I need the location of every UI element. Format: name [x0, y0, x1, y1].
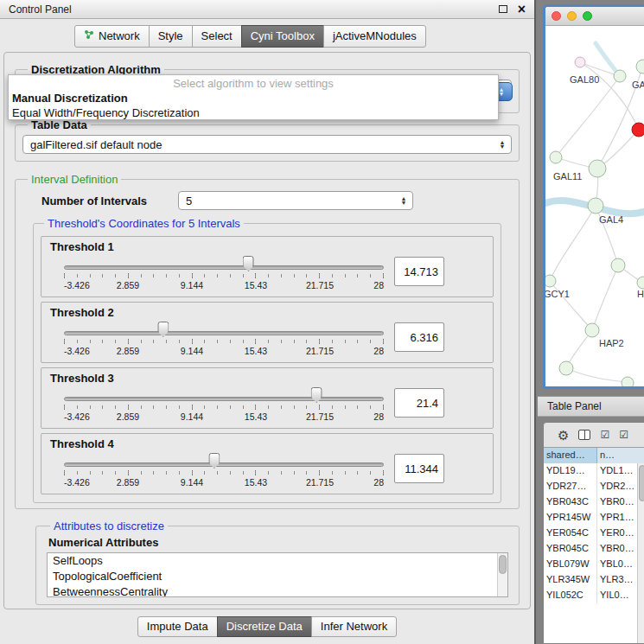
tab-impute-data[interactable]: Impute Data [137, 616, 218, 637]
slider-scale: -3.426 2.859 9.144 15.43 21.715 28 [64, 280, 384, 291]
network-node[interactable] [611, 258, 625, 272]
node-label: GAL80 [570, 74, 599, 85]
table-row[interactable]: YPR145WYPR1… [544, 510, 644, 526]
node-label: GAL4 [599, 214, 623, 225]
node-label: GA [632, 80, 644, 90]
attributes-list-scrollbar[interactable] [497, 553, 507, 596]
table-row[interactable]: YBR043CYBR0… [544, 494, 644, 510]
table-cell[interactable]: YBR045C [544, 541, 597, 557]
threshold-1-slider[interactable]: -3.426 2.859 9.144 15.43 21.715 28 [64, 255, 384, 293]
scrollbar-thumb[interactable] [499, 555, 507, 574]
slider-track[interactable] [64, 462, 384, 467]
zoom-traffic-light[interactable] [583, 11, 592, 21]
slider-track[interactable] [64, 265, 384, 270]
dropdown-option-manual-discretization[interactable]: Manual Discretization [9, 91, 498, 105]
list-item-betweennesscentrality[interactable]: BetweennessCentrality [48, 584, 507, 597]
network-node[interactable] [589, 160, 606, 177]
network-node[interactable] [614, 70, 626, 82]
cyni-toolbox-panel: Discretization Algorithm ▲ ▼ Select algo… [3, 52, 531, 609]
network-canvas[interactable]: GAL80 GA GAL11 GAL4 GCY1 H HAP2 [545, 26, 644, 386]
tab-discretize-data[interactable]: Discretize Data [217, 616, 312, 637]
threshold-1-value-field[interactable] [394, 257, 444, 286]
tab-jactivemnodules[interactable]: jActiveMNodules [323, 25, 426, 48]
slider-ticks [64, 340, 384, 343]
table-cell[interactable]: YDL19… [544, 463, 597, 479]
table-row[interactable]: YBL079WYBL0… [544, 557, 644, 572]
table-cell[interactable]: YLR345W [544, 572, 597, 588]
table-cell[interactable]: YDR27… [544, 479, 597, 494]
threshold-4-panel: Threshold 4 -3.426 2.859 9.144 [41, 433, 494, 494]
list-item-selfloops[interactable]: SelfLoops [48, 553, 507, 569]
node-label: H [637, 289, 644, 299]
close-icon[interactable]: × [518, 3, 526, 16]
tab-infer-network[interactable]: Infer Network [311, 616, 397, 637]
stepper-down-icon: ▼ [401, 201, 407, 205]
threshold-2-label: Threshold 2 [50, 306, 484, 319]
table-data-select-stepper[interactable]: ▲ ▼ [495, 140, 509, 149]
threshold-4-label: Threshold 4 [50, 437, 484, 450]
close-traffic-light[interactable] [552, 11, 561, 21]
threshold-4-slider[interactable]: -3.426 2.859 9.144 15.43 21.715 28 [64, 452, 384, 490]
minimize-traffic-light[interactable] [567, 11, 577, 21]
table-row[interactable]: YDR27…YDR2… [544, 479, 644, 494]
number-of-intervals-value: 5 [186, 194, 397, 207]
threshold-2-value-field[interactable] [394, 322, 444, 352]
slider-track[interactable] [64, 331, 384, 335]
tab-network[interactable]: Network [74, 25, 150, 48]
slider-track[interactable] [64, 397, 384, 401]
network-node[interactable] [637, 277, 644, 289]
network-view-window: GAL80 GA GAL11 GAL4 GCY1 H HAP2 [543, 4, 644, 389]
table-cell[interactable]: YBR043C [544, 494, 597, 510]
number-of-intervals-select[interactable]: 5 ▲ ▼ [178, 191, 413, 210]
checkbox-icon[interactable]: ☑ [600, 430, 609, 440]
tab-cyni-toolbox[interactable]: Cyni Toolbox [241, 25, 324, 48]
network-node[interactable] [550, 151, 562, 163]
network-node[interactable] [588, 198, 603, 214]
dropdown-option-equal-width-frequency[interactable]: Equal Width/Frequency Discretization [9, 105, 498, 120]
threshold-3-slider[interactable]: -3.426 2.859 9.144 15.43 21.715 28 [64, 386, 384, 424]
float-window-icon[interactable] [499, 5, 507, 13]
control-panel-titlebar: Control Panel × [0, 0, 534, 19]
threshold-4-value-field[interactable] [394, 454, 444, 483]
tab-style[interactable]: Style [149, 25, 193, 48]
tab-select[interactable]: Select [192, 25, 242, 48]
network-node[interactable] [636, 60, 644, 73]
scale-label: 28 [373, 477, 384, 488]
table-header-row: shared… n… [544, 448, 644, 463]
slider-ticks [64, 471, 384, 475]
number-of-intervals-stepper[interactable]: ▲ ▼ [397, 196, 411, 205]
table-cell[interactable]: YIL052C [544, 588, 597, 603]
table-row[interactable]: YLR345WYLR3… [544, 572, 644, 588]
table-data-select[interactable]: galFiltered.sif default node ▲ ▼ [22, 135, 512, 154]
table-row[interactable]: YBR045CYBR0… [544, 541, 644, 557]
list-item-topologicalcoefficient[interactable]: TopologicalCoefficient [48, 569, 507, 584]
table-cell[interactable]: YPR145W [544, 510, 597, 526]
network-node[interactable] [545, 275, 556, 287]
table-scrollbar[interactable] [637, 463, 644, 643]
scrollbar-thumb[interactable] [639, 465, 644, 501]
scale-label: 15.43 [245, 280, 267, 290]
scale-label: -3.426 [64, 411, 90, 422]
threshold-2-slider[interactable]: -3.426 2.859 9.144 15.43 21.715 28 [64, 321, 384, 359]
network-node-selected[interactable] [632, 123, 644, 137]
network-node[interactable] [585, 323, 599, 337]
network-node[interactable] [575, 57, 585, 67]
control-panel-title: Control Panel [9, 3, 499, 16]
numerical-attributes-list[interactable]: SelfLoops TopologicalCoefficient Between… [47, 552, 508, 597]
column-header-name[interactable]: n… [597, 448, 644, 463]
network-node[interactable] [559, 361, 573, 375]
table-cell[interactable]: YBL079W [544, 557, 597, 572]
table-row[interactable]: YIL052CYIL0… [544, 588, 644, 603]
table-row[interactable]: YDL19…YDL1… [544, 463, 644, 479]
settings-gear-icon[interactable]: ⚙ [558, 429, 569, 442]
table-row[interactable]: YER054CYER0… [544, 526, 644, 541]
threshold-3-value-field[interactable] [394, 388, 444, 418]
column-header-shared-name[interactable]: shared… [544, 448, 597, 463]
network-node[interactable] [622, 377, 634, 386]
column-selector-icon[interactable] [578, 430, 590, 440]
network-window-titlebar[interactable] [545, 7, 644, 26]
tab-label: Impute Data [147, 620, 208, 633]
threshold-1-label: Threshold 1 [50, 240, 484, 253]
table-cell[interactable]: YER054C [544, 526, 597, 541]
checkbox-icon[interactable]: ☑ [619, 430, 628, 440]
